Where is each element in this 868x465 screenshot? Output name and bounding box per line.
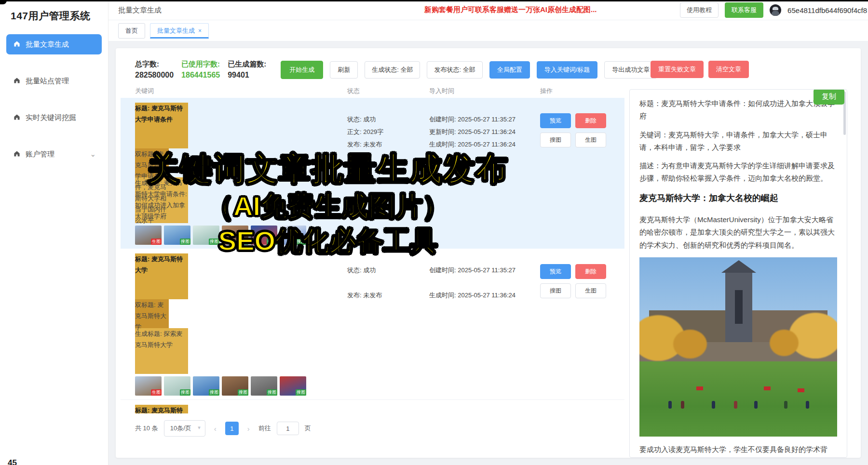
sidebar-item-0[interactable]: 批量文章生成 bbox=[6, 34, 102, 54]
time-line: 生成时间: 2025-05-27 11:36:24 bbox=[429, 289, 540, 302]
article-thumbnail[interactable]: 搜图 bbox=[280, 376, 306, 396]
topbar: 批量文章生成 新购套餐用户可联系客服赠送一万张AI原创生成配图... 使用教程 … bbox=[108, 0, 868, 20]
close-icon[interactable]: × bbox=[198, 27, 202, 34]
row-title: 标题: 麦克马斯特大学 bbox=[135, 253, 188, 299]
person bbox=[712, 401, 715, 409]
table-header: 关键词 状态 导入时间 操作 bbox=[121, 87, 624, 95]
article-thumbnail[interactable]: 生图 bbox=[135, 226, 162, 245]
tab-label: 批量文章生成 bbox=[157, 27, 195, 35]
page-number-button[interactable]: 1 bbox=[225, 422, 239, 435]
tab-0[interactable]: 首页 bbox=[118, 23, 145, 39]
thumbnail-tag: 生图 bbox=[151, 389, 162, 396]
delete-button[interactable]: 删除 bbox=[575, 113, 606, 128]
sidebar-item-label: 批量文章生成 bbox=[26, 40, 69, 49]
reset-failed-button[interactable]: 重置失败文章 bbox=[651, 61, 704, 78]
sidebar-item-label: 实时关键词挖掘 bbox=[26, 113, 76, 122]
refresh-button[interactable]: 刷新 bbox=[330, 61, 358, 79]
article-thumbnail[interactable]: 搜图 bbox=[193, 226, 219, 245]
article-preview-panel: 复制 标题：麦克马斯特大学申请条件：如何成功进入加拿大顶级学府 关键词：麦克马斯… bbox=[629, 89, 847, 458]
search-image-button[interactable]: 搜图 bbox=[540, 283, 571, 298]
thumbnail-strip: 生图搜图搜图搜图搜图搜图 bbox=[135, 226, 339, 245]
announcement-text[interactable]: 新购套餐用户可联系客服赠送一万张AI原创生成配图... bbox=[424, 5, 597, 14]
table-row[interactable]: 标题: 麦克马斯特大学双标题: 麦克马斯特大学生成标题: 探索麦克马斯特大学生图… bbox=[121, 249, 624, 400]
sidebar-item-1[interactable]: 批量站点管理 bbox=[6, 71, 102, 91]
status-cell: 状态: 成功 发布: 未发布 bbox=[347, 253, 429, 396]
campus-lawn bbox=[639, 361, 837, 437]
row-double-title: 双标题: 麦克马斯特大学 bbox=[135, 299, 169, 328]
status-line: 正文: 2029字 bbox=[347, 126, 429, 138]
generate-image-button[interactable]: 生图 bbox=[575, 283, 606, 298]
danger-button-group: 重置失败文章 清空文章 bbox=[651, 61, 749, 78]
avatar[interactable] bbox=[770, 4, 781, 16]
article-thumbnail[interactable]: 搜图 bbox=[164, 226, 190, 245]
import-keywords-button[interactable]: 导入关键词/标题 bbox=[537, 61, 598, 79]
flag bbox=[764, 386, 771, 390]
goto-label: 前往 bbox=[258, 424, 271, 433]
preview-button[interactable]: 预览 bbox=[540, 113, 571, 128]
preview-partial-text: 要成功入读麦克马斯特大学，学生不仅要具备良好的学术背 bbox=[639, 443, 837, 456]
sidebar-item-2[interactable]: 实时关键词挖掘 bbox=[6, 107, 102, 128]
tutorial-button[interactable]: 使用教程 bbox=[680, 2, 719, 18]
preview-keywords: 关键词：麦克马斯特大学，申请条件，加拿大大学，硕士申请，本科申请，留学，入学要求 bbox=[639, 129, 837, 154]
article-thumbnail[interactable]: 搜图 bbox=[280, 226, 306, 245]
app-title: 147用户管理系统 bbox=[0, 0, 108, 34]
publish-status-filter[interactable]: 发布状态: 全部 bbox=[427, 61, 482, 79]
preview-title: 标题：麦克马斯特大学申请条件：如何成功进入加拿大顶级学府 bbox=[639, 97, 837, 123]
preview-button[interactable]: 预览 bbox=[540, 264, 571, 279]
stat-label: 已使用字数: bbox=[181, 59, 220, 69]
thumbnail-tag: 生图 bbox=[151, 239, 162, 245]
time-line: 更新时间: 2025-05-27 11:36:24 bbox=[429, 126, 540, 138]
stat-value: 282580000 bbox=[135, 69, 174, 81]
campus-tower bbox=[725, 271, 752, 343]
keyword-cell: 标题: 麦克马斯特大学双标题: 麦克马斯特大学生成标题: 探索麦克马斯特大学生图… bbox=[135, 253, 347, 396]
article-thumbnail[interactable]: 搜图 bbox=[222, 226, 248, 245]
row-double-title: 双标题: 麦克马斯特大学申请条件，麦克马斯特大学相当于国内什么水平 bbox=[135, 148, 169, 177]
article-thumbnail[interactable]: 搜图 bbox=[164, 376, 190, 396]
time-line: 创建时间: 2025-05-27 11:35:27 bbox=[429, 264, 540, 277]
copy-button[interactable]: 复制 bbox=[814, 89, 844, 105]
generate-status-filter[interactable]: 生成状态: 全部 bbox=[365, 61, 420, 79]
preview-paragraph: 麦克马斯特大学（McMasterUniversity）位于加拿大安大略省的哈密尔… bbox=[639, 213, 837, 252]
page-size-select[interactable]: 10条/页 ▾ bbox=[164, 420, 205, 437]
person bbox=[784, 401, 787, 409]
status-line: 发布: 未发布 bbox=[347, 138, 429, 151]
table-header-actions: 操作 bbox=[540, 87, 624, 95]
next-page-button[interactable]: › bbox=[244, 425, 253, 433]
global-config-button[interactable]: 全局配置 bbox=[489, 61, 530, 79]
search-image-button[interactable]: 搜图 bbox=[540, 133, 571, 147]
chevron-down-icon: ▾ bbox=[198, 425, 201, 431]
sidebar: 147用户管理系统 批量文章生成批量站点管理实时关键词挖掘账户管理⌄ bbox=[0, 0, 108, 465]
time-cell: 创建时间: 2025-05-27 11:35:27更新时间: 2025-05-2… bbox=[429, 103, 540, 245]
status-line: 状态: 成功 bbox=[347, 264, 429, 277]
delete-button[interactable]: 删除 bbox=[575, 264, 606, 279]
prev-page-button[interactable]: ‹ bbox=[211, 425, 219, 433]
tab-1[interactable]: 批量文章生成× bbox=[150, 23, 209, 39]
page-unit-label: 页 bbox=[305, 424, 311, 433]
home-icon bbox=[13, 150, 21, 159]
article-thumbnail[interactable]: 生图 bbox=[135, 376, 162, 396]
generate-image-button[interactable]: 生图 bbox=[575, 133, 606, 147]
action-buttons: 预览删除搜图生图 bbox=[540, 264, 624, 298]
topbar-right-group: 使用教程 联系客服 65e4811dfb644f690f4cf8 bbox=[680, 0, 867, 20]
sidebar-item-3[interactable]: 账户管理⌄ bbox=[6, 144, 102, 164]
thumbnail-tag: 搜图 bbox=[238, 389, 248, 396]
goto-page-input[interactable] bbox=[277, 422, 299, 435]
stat-value: 186441565 bbox=[181, 69, 220, 81]
time-line: 创建时间: 2025-05-27 11:35:27 bbox=[429, 113, 540, 126]
article-thumbnail[interactable]: 搜图 bbox=[251, 376, 277, 396]
contact-support-button[interactable]: 联系客服 bbox=[725, 2, 763, 18]
status-cell: 状态: 成功 bbox=[347, 405, 429, 413]
export-articles-button[interactable]: 导出成功文章 bbox=[604, 61, 657, 79]
table-row[interactable]: 标题: 麦克马斯特大学申请条件双标题: 麦克马斯特大学申请条件，麦克马斯特大学相… bbox=[121, 98, 624, 249]
person bbox=[668, 401, 672, 409]
article-thumbnail[interactable]: 搜图 bbox=[251, 226, 277, 245]
clear-articles-button[interactable]: 清空文章 bbox=[708, 61, 749, 78]
page-size-value: 10条/页 bbox=[170, 425, 191, 432]
start-generate-button[interactable]: 开始生成 bbox=[281, 61, 323, 79]
article-thumbnail[interactable]: 搜图 bbox=[193, 376, 219, 396]
table-row[interactable]: 标题: 麦克马斯特大学研究生申请条件双标题: 麦克马斯特大学研究生申请条件，麦克… bbox=[121, 400, 624, 413]
stat-value: 99401 bbox=[228, 69, 266, 81]
row-title: 标题: 麦克马斯特大学申请条件 bbox=[135, 103, 188, 148]
article-thumbnail[interactable]: 搜图 bbox=[222, 376, 248, 396]
stats-group: 总字数:282580000已使用字数:186441565已生成篇数:99401 bbox=[135, 59, 274, 81]
